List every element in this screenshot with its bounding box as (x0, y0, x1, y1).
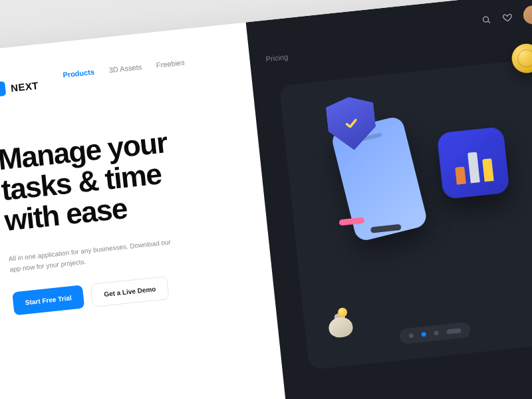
chart-bar (467, 152, 480, 183)
page-card: NEXT Products 3D Assets Freebies Manage … (0, 0, 532, 399)
chart-bar (482, 158, 493, 182)
nav-pricing[interactable]: Pricing (265, 53, 289, 63)
chart-bar (455, 166, 466, 184)
avatar[interactable] (523, 5, 532, 25)
heart-icon[interactable] (501, 12, 513, 24)
hero-subtitle: All in one application for any businesse… (8, 235, 182, 275)
pager-dash[interactable] (446, 328, 462, 334)
carousel-pager[interactable] (399, 322, 471, 344)
hero-illustration (279, 59, 532, 370)
get-live-demo-button[interactable]: Get a Live Demo (90, 276, 170, 307)
brand-name: NEXT (10, 79, 39, 93)
svg-point-0 (483, 17, 489, 23)
topbar-actions (480, 5, 532, 29)
hero-title: Manage your tasks & time with ease (0, 120, 243, 236)
pager-dot-active[interactable] (421, 332, 426, 337)
cta-row: Start Free Trial Get a Live Demo (12, 267, 251, 315)
coin-icon (510, 43, 532, 74)
right-panel: Pricing (246, 0, 532, 399)
pager-dot[interactable] (434, 331, 439, 336)
search-icon[interactable] (480, 14, 492, 26)
pager-dot[interactable] (408, 333, 414, 338)
money-bag-icon (326, 309, 355, 338)
bar-chart-icon (437, 126, 510, 200)
start-free-trial-button[interactable]: Start Free Trial (12, 285, 84, 315)
left-panel: NEXT Products 3D Assets Freebies Manage … (0, 23, 289, 399)
brand[interactable]: NEXT (0, 58, 228, 97)
brand-logo-icon (0, 81, 6, 97)
hero: Manage your tasks & time with ease All i… (0, 120, 251, 315)
